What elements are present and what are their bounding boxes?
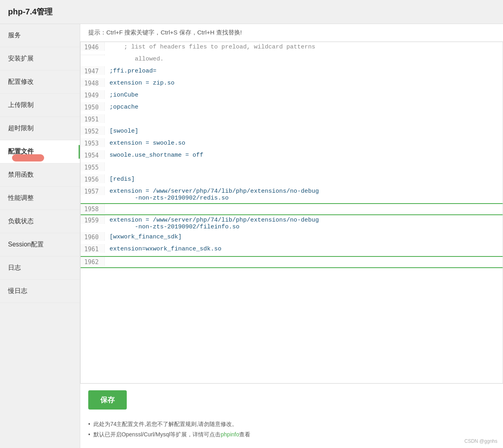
line-content[interactable]: ;opcache	[105, 102, 503, 112]
sidebar-item-0[interactable]: 服务	[0, 24, 80, 47]
note-item-1: • 此处为74主配置文件,若您不了解配置规则,请勿随意修改。	[88, 421, 495, 428]
line-number: 1952	[81, 126, 105, 135]
sidebar-item-8[interactable]: 负载状态	[0, 210, 80, 233]
line-number: 1958	[81, 204, 105, 213]
sidebar-item-7[interactable]: 性能调整	[0, 187, 80, 210]
code-line: 1946 ; list of headers files to preload,…	[81, 42, 503, 54]
code-line: 1956[redis]	[81, 174, 503, 186]
line-content[interactable]: [swoole]	[105, 126, 503, 136]
line-number: 1957	[81, 186, 105, 195]
line-content[interactable]	[105, 257, 503, 260]
line-number: 1949	[81, 90, 105, 99]
save-button[interactable]: 保存	[88, 390, 127, 410]
line-number: 1961	[81, 244, 105, 253]
line-number: 1954	[81, 150, 105, 159]
code-editor[interactable]: 1946 ; list of headers files to preload,…	[80, 42, 503, 383]
sidebar-item-3[interactable]: 上传限制	[0, 94, 80, 117]
code-line: allowed.	[81, 54, 503, 66]
line-content[interactable]: ;ffi.preload=	[105, 66, 503, 76]
line-content[interactable]	[105, 204, 503, 207]
line-number: 1959	[81, 215, 105, 224]
code-line: 1948extension = zip.so	[81, 78, 503, 90]
line-number: 1955	[81, 162, 105, 171]
active-annotation	[12, 154, 44, 161]
sidebar-item-6[interactable]: 禁用函数	[0, 163, 80, 187]
line-content[interactable]: [redis]	[105, 174, 503, 184]
sidebar-item-4[interactable]: 超时限制	[0, 117, 80, 140]
note-item-2: • 默认已开启Openssl/Curl/Mysql等扩展，详情可点击 phpin…	[88, 431, 495, 438]
sidebar-item-1[interactable]: 安装扩展	[0, 47, 80, 71]
notes-section: • 此处为74主配置文件,若您不了解配置规则,请勿随意修改。 • 默认已开启Op…	[80, 416, 503, 448]
title-bar: php-7.4管理	[0, 0, 503, 24]
line-number	[81, 54, 105, 56]
line-content[interactable]	[105, 114, 503, 117]
line-number: 1953	[81, 138, 105, 147]
code-line: 1950;opcache	[81, 102, 503, 114]
code-line: 1961extension=wxwork_finance_sdk.so	[81, 244, 503, 256]
sidebar-item-5[interactable]: 配置文件	[0, 140, 80, 163]
code-line: 1959extension = /www/server/php/74/lib/p…	[81, 215, 503, 232]
line-content[interactable]: extension = zip.so	[105, 78, 503, 88]
code-container[interactable]: 1946 ; list of headers files to preload,…	[80, 42, 503, 383]
sidebar-item-11[interactable]: 慢日志	[0, 280, 80, 303]
bullet-1: •	[88, 421, 90, 427]
sidebar-item-9[interactable]: Session配置	[0, 233, 80, 256]
code-line: 1958	[81, 203, 503, 215]
bullet-2: •	[88, 431, 90, 438]
code-line: 1951	[81, 114, 503, 126]
sidebar-item-2[interactable]: 配置修改	[0, 71, 80, 94]
line-number: 1948	[81, 78, 105, 87]
line-content[interactable]: extension = /www/server/php/74/lib/php/e…	[105, 215, 503, 232]
line-number: 1947	[81, 66, 105, 75]
sidebar-item-10[interactable]: 日志	[0, 256, 80, 280]
line-content[interactable]: extension=wxwork_finance_sdk.so	[105, 244, 503, 254]
code-line: 1962	[81, 256, 503, 268]
line-number: 1951	[81, 114, 105, 123]
line-number: 1962	[81, 257, 105, 266]
line-number: 1956	[81, 174, 105, 183]
line-content[interactable]: extension = swoole.so	[105, 138, 503, 148]
main-content: 服务安装扩展配置修改上传限制超时限制配置文件禁用函数性能调整负载状态Sessio…	[0, 24, 503, 448]
code-line: 1955	[81, 162, 503, 174]
bottom-section: 保存	[80, 383, 503, 416]
line-number: 1950	[81, 102, 105, 111]
line-number: 1946	[81, 42, 105, 51]
window: php-7.4管理 服务安装扩展配置修改上传限制超时限制配置文件禁用函数性能调整…	[0, 0, 503, 448]
line-content[interactable]: extension = /www/server/php/74/lib/php/e…	[105, 186, 503, 203]
hint-bar: 提示：Ctrl+F 搜索关键字，Ctrl+S 保存，Ctrl+H 查找替换!	[80, 24, 503, 42]
note-text-2: 默认已开启Openssl/Curl/Mysql等扩展，详情可点击	[93, 431, 221, 438]
note-text-1: 此处为74主配置文件,若您不了解配置规则,请勿随意修改。	[93, 421, 237, 428]
line-content[interactable]	[105, 162, 503, 165]
line-content[interactable]: ;ionCube	[105, 90, 503, 100]
watermark: CSDN @ggnhs	[464, 438, 497, 444]
phpinfo-link[interactable]: phpinfo	[221, 431, 239, 438]
line-content[interactable]: swoole.use_shortname = off	[105, 150, 503, 160]
code-line: 1952[swoole]	[81, 126, 503, 138]
sidebar: 服务安装扩展配置修改上传限制超时限制配置文件禁用函数性能调整负载状态Sessio…	[0, 24, 80, 448]
code-line: 1957extension = /www/server/php/74/lib/p…	[81, 186, 503, 203]
code-line: 1947;ffi.preload=	[81, 66, 503, 78]
code-line: 1954swoole.use_shortname = off	[81, 150, 503, 162]
line-content[interactable]: ; list of headers files to preload, wild…	[105, 42, 503, 52]
line-content[interactable]: allowed.	[105, 54, 503, 64]
line-content[interactable]: [wxwork_finance_sdk]	[105, 232, 503, 242]
line-number: 1960	[81, 232, 105, 241]
content-area: 提示：Ctrl+F 搜索关键字，Ctrl+S 保存，Ctrl+H 查找替换! 1…	[80, 24, 503, 448]
page-title: php-7.4管理	[8, 7, 53, 16]
code-line: 1960[wxwork_finance_sdk]	[81, 232, 503, 244]
code-line: 1949;ionCube	[81, 90, 503, 102]
code-line: 1953extension = swoole.so	[81, 138, 503, 150]
note-text-2-after: 查看	[239, 431, 250, 438]
